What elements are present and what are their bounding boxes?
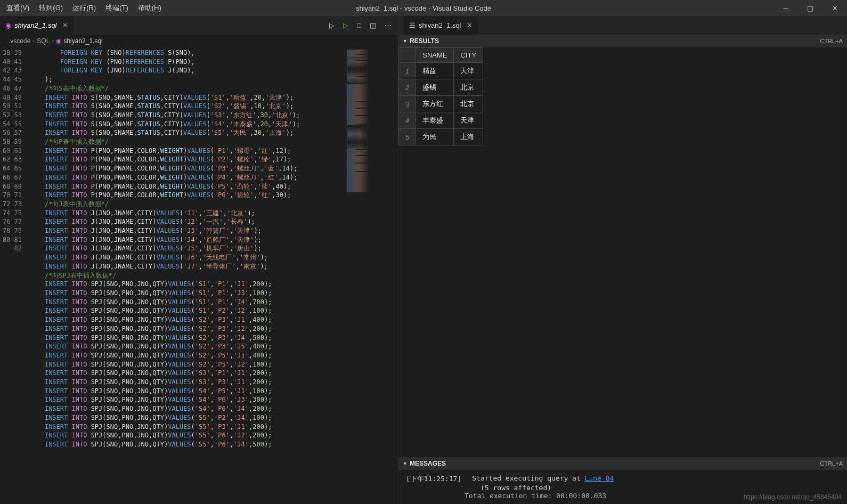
table-cell: 天津 [454,112,483,129]
tab-label: shiyan2_1.sql [14,21,57,29]
crumb[interactable]: SQL [37,37,50,45]
line-numbers: 38 39 40 41 42 43 44 45 46 47 48 49 50 5… [0,47,29,504]
table-row[interactable]: 1精益天津 [399,63,483,79]
menu-bar: 查看(V)转到(G)运行(R)终端(T)帮助(H) [0,1,166,15]
close-icon[interactable]: ✕ [467,21,473,29]
table-cell: 为民 [416,129,454,145]
table-cell: 丰泰盛 [416,112,454,129]
chevron-down-icon: ▾ [404,38,406,44]
title-bar: 查看(V)转到(G)运行(R)终端(T)帮助(H) shiyan2_1.sql … [0,0,847,16]
results-tab-icon: ☰ [409,21,416,29]
table-row[interactable]: 5为民上海 [399,129,483,145]
menu-item[interactable]: 转到(G) [35,1,67,15]
chevron-right-icon: › [52,37,54,45]
editor[interactable]: 38 39 40 41 42 43 44 45 46 47 48 49 50 5… [0,47,398,504]
results-tab-label[interactable]: shiyan2_1.sql [419,21,461,29]
menu-item[interactable]: 帮助(H) [134,1,166,15]
table-cell: 东方红 [416,96,454,112]
table-row[interactable]: 3东方红北京 [399,96,483,112]
chevron-down-icon: ▾ [404,461,406,466]
shortcut-label: CTRL+A [820,38,843,44]
tab-active[interactable]: ◉ shiyan2_1.sql ✕ [0,16,74,35]
menu-item[interactable]: 查看(V) [2,1,34,15]
message-time: [下午11:25:17] [406,474,461,484]
code-content[interactable]: FOREIGN KEY (SNO)REFERENCES S(SNO), FORE… [29,47,345,504]
window-title: shiyan2_1.sql - vscode - Visual Studio C… [356,4,491,12]
run-selection-icon[interactable]: ▷ [329,21,335,29]
results-tabs: ☰ shiyan2_1.sql ✕ [398,16,847,35]
table-row[interactable]: 2盛锡北京 [399,79,483,96]
editor-tabs: ◉ shiyan2_1.sql ✕ ▷ ▷ □ ◫ ⋯ [0,16,398,35]
crumb[interactable]: shiyan2_1.sql [63,37,102,45]
messages-label: MESSAGES [410,460,446,467]
minimize-button[interactable]: ─ [773,0,798,16]
table-row[interactable]: 4丰泰盛天津 [399,112,483,129]
minimap[interactable] [345,47,398,504]
stop-icon[interactable]: □ [357,21,361,29]
results-table: SNAMECITY1精益天津2盛锡北京3东方红北京4丰泰盛天津5为民上海 [398,47,847,145]
table-cell: 上海 [454,129,483,145]
message-text: (5 rows affected) [406,484,840,492]
messages-panel-header[interactable]: ▾ MESSAGES CTRL+A [398,457,847,470]
menu-item[interactable]: 运行(R) [68,1,100,15]
line-link[interactable]: Line 84 [585,474,614,482]
more-icon[interactable]: ⋯ [385,21,392,29]
close-icon[interactable]: ✕ [62,21,68,29]
column-header[interactable]: SNAME [416,48,454,63]
column-header[interactable]: CITY [454,48,483,63]
menu-item[interactable]: 终端(T) [101,1,133,15]
table-cell: 精益 [416,63,454,79]
breadcrumb[interactable]: .vscode › SQL › ◉ shiyan2_1.sql [0,35,398,47]
message-text: Started executing query at [472,474,584,482]
table-cell: 盛锡 [416,79,454,96]
split-editor-icon[interactable]: ◫ [370,21,376,29]
run-icon[interactable]: ▷ [343,21,348,29]
database-icon: ◉ [5,21,11,29]
results-label: RESULTS [410,37,439,45]
maximize-button[interactable]: ▢ [798,0,822,16]
results-panel-header[interactable]: ▾ RESULTS CTRL+A [398,35,847,47]
crumb[interactable]: .vscode [9,37,30,45]
database-icon: ◉ [56,37,61,45]
chevron-right-icon: › [32,37,35,45]
table-cell: 天津 [454,63,483,79]
table-cell: 北京 [454,96,483,112]
close-button[interactable]: ✕ [822,0,847,16]
watermark: https://blog.csdn.net/qq_45845404 [744,493,842,501]
shortcut-label: CTRL+A [820,460,843,467]
table-cell: 北京 [454,79,483,96]
